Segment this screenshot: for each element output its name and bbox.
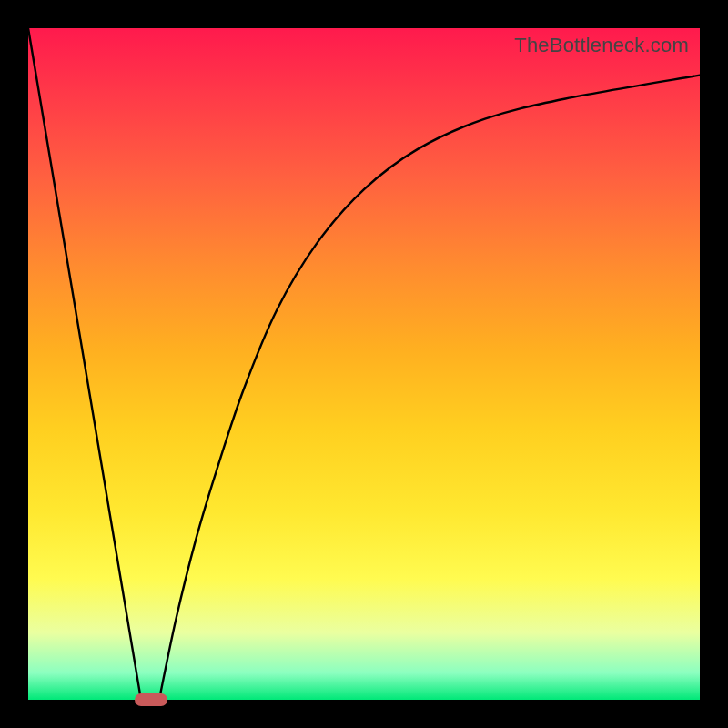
plot-area: TheBottleneck.com [28,28,700,700]
bottleneck-marker [135,693,168,706]
right-curve-path [159,76,700,700]
chart-lines [28,28,700,700]
chart-frame: TheBottleneck.com [0,0,728,728]
left-line-path [28,28,141,700]
